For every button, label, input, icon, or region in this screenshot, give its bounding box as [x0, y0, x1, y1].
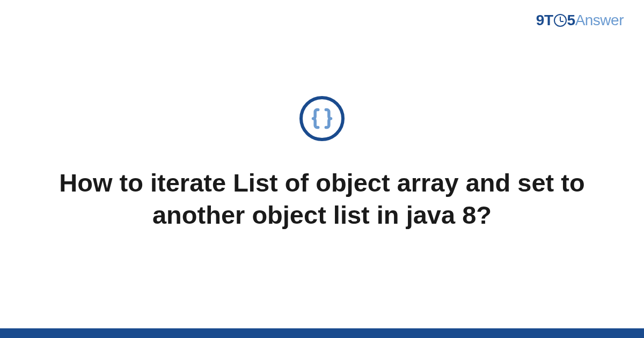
footer-accent-bar [0, 328, 644, 338]
question-title: How to iterate List of object array and … [59, 167, 585, 231]
braces-icon [299, 96, 345, 141]
main-content: How to iterate List of object array and … [0, 0, 644, 338]
